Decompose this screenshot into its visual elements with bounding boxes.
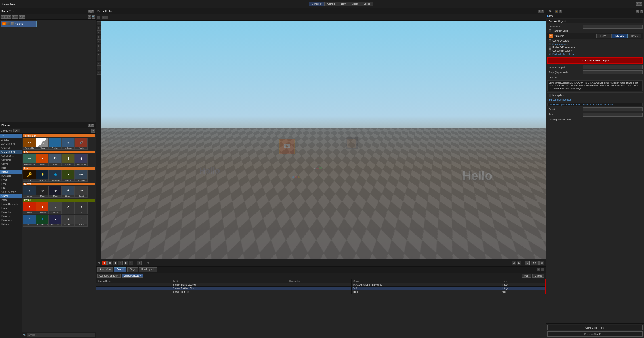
plugins-close-icon[interactable]: ✕ bbox=[91, 124, 94, 127]
plugin-tile-texture-coord[interactable]: TexC Texture Coord bbox=[23, 154, 36, 166]
cat-lineup[interactable]: Lineup bbox=[0, 206, 22, 210]
cc-tab-channels[interactable]: Control Channels × bbox=[98, 274, 120, 278]
info-expand-icon[interactable]: ▶ bbox=[547, 15, 549, 17]
tree-search-icon[interactable]: 🔍 bbox=[92, 16, 95, 18]
plugin-tile-light-vis[interactable]: 💡 Light Vis bbox=[36, 170, 49, 182]
vert-btn-11[interactable]: ⬚ bbox=[97, 66, 101, 70]
cat-maps-man[interactable]: Maps-Man bbox=[0, 218, 22, 222]
cat-filter[interactable]: Filter bbox=[0, 186, 22, 190]
copy-icon[interactable]: ⧉ bbox=[8, 16, 11, 18]
prop-input-script[interactable] bbox=[583, 70, 643, 74]
prop-link-input-command[interactable]: Input command/request bbox=[547, 98, 571, 101]
plugin-tile-zsort[interactable]: Z Z-Sort bbox=[75, 215, 88, 226]
table-row[interactable]: SampleImage.Location IMAGE*StAnyBdh#bary… bbox=[96, 283, 546, 286]
cat-channel[interactable]: Channel bbox=[0, 146, 22, 150]
vert-btn-2[interactable]: ⊞ bbox=[97, 26, 101, 30]
viz-btn-back[interactable]: BACK bbox=[628, 34, 641, 38]
cb-use-all-directors[interactable] bbox=[548, 39, 551, 42]
cat-clip-channels[interactable]: Clip Channels bbox=[0, 150, 22, 154]
vert-btn-3[interactable]: ◈ bbox=[97, 30, 101, 34]
tab-asset-view[interactable]: Asset View bbox=[98, 268, 113, 272]
tree-item-group[interactable]: + group bbox=[1, 20, 37, 27]
tab-stage[interactable]: Stage bbox=[127, 268, 138, 272]
toolbar-icon-1[interactable]: ⊞ bbox=[97, 16, 100, 19]
right-settings-icon[interactable]: ⚙ bbox=[559, 10, 562, 13]
cat-material[interactable]: Material bbox=[0, 222, 22, 226]
store-stop-points-btn[interactable]: Store Stop Points bbox=[547, 325, 643, 330]
plugin-tile-receiver[interactable]: ▲ Receiver bbox=[36, 202, 49, 214]
toolbar-icon-2[interactable]: ↩ bbox=[102, 16, 105, 19]
add-item-icon[interactable]: + bbox=[1, 16, 4, 18]
tab-camera[interactable]: Camera bbox=[324, 2, 338, 6]
scene-viewport[interactable]: Hello olleH bbox=[102, 20, 546, 259]
plugin-tile-masking[interactable]: Msk Masking bbox=[75, 170, 88, 182]
table-row[interactable]: SampleText.Text Hello text bbox=[96, 290, 546, 294]
plugin-tile-lighting[interactable]: ☀ Lighting bbox=[62, 186, 74, 198]
plugins-expand-icon[interactable]: ⊡ bbox=[88, 124, 91, 127]
cat-aux-channels[interactable]: Aux Channels bbox=[0, 142, 22, 146]
vert-btn-7[interactable]: △ bbox=[97, 48, 101, 52]
cat-gfx-channels[interactable]: GFX Channels bbox=[0, 190, 22, 194]
cat-effect[interactable]: Effect bbox=[0, 178, 22, 182]
cb-bind-unreal[interactable] bbox=[548, 53, 551, 56]
scene-editor-expand-icon[interactable]: ⊡ bbox=[538, 10, 541, 13]
scene-editor-close-icon[interactable]: ✕ bbox=[541, 10, 544, 13]
scene-tree-close-icon[interactable]: ✕ bbox=[91, 10, 94, 13]
play-sync-btn[interactable]: ⊡ bbox=[525, 261, 530, 265]
all-btn[interactable]: All bbox=[14, 129, 20, 132]
refresh-ue-btn[interactable]: Refresh UE Control Objects bbox=[547, 58, 643, 64]
btn-unique[interactable]: Unique bbox=[532, 274, 544, 278]
close-icon[interactable]: ✕ bbox=[639, 2, 642, 6]
vert-btn-1[interactable]: ⊡ bbox=[97, 22, 101, 26]
cat-data[interactable]: Data bbox=[0, 166, 22, 170]
tab-light[interactable]: Light bbox=[338, 2, 349, 6]
viz-btn-middle[interactable]: MIDDLE bbox=[612, 34, 628, 38]
play-btn[interactable]: ▶ bbox=[118, 261, 123, 265]
move-down-icon[interactable]: ▼ bbox=[19, 16, 22, 18]
plugin-tile-caster[interactable]: ▼ Caster bbox=[23, 202, 36, 214]
prop-input-error[interactable] bbox=[583, 112, 643, 116]
cc-tab-objects[interactable]: Control Objects × bbox=[122, 274, 143, 278]
cb-custom-duration[interactable] bbox=[548, 49, 551, 52]
move-up-icon[interactable]: ▲ bbox=[15, 16, 18, 18]
refresh-tree-icon[interactable]: ↺ bbox=[22, 16, 26, 18]
cat-dynamics[interactable]: Dynamics bbox=[0, 174, 22, 178]
remove-item-icon[interactable]: − bbox=[4, 16, 8, 18]
cat-global[interactable]: Global bbox=[0, 194, 22, 198]
cat-default[interactable]: Default bbox=[0, 170, 22, 174]
cat-maps-lab[interactable]: Maps-Lab bbox=[0, 214, 22, 218]
plugin-tile-key[interactable]: 🔑 Key bbox=[23, 170, 36, 182]
play-next-btn[interactable]: ⏭ bbox=[129, 261, 133, 265]
plugin-tile-alpha[interactable]: A Alpha bbox=[36, 138, 49, 150]
plugin-tile-talent[interactable]: 👤 Talent Reflect bbox=[36, 215, 49, 226]
prop-input-namespace[interactable] bbox=[583, 65, 643, 69]
play-resize-btn2[interactable]: ⊞ bbox=[517, 261, 521, 265]
paste-icon[interactable]: ⊞ bbox=[12, 16, 15, 18]
prop-input-description[interactable] bbox=[583, 24, 643, 28]
cb-remap[interactable] bbox=[548, 94, 551, 97]
expand-icon[interactable]: ⊡ bbox=[636, 2, 639, 6]
tab-scene[interactable]: Scene bbox=[361, 2, 373, 6]
vert-btn-10[interactable]: ⊚ bbox=[97, 62, 101, 66]
vert-btn-12[interactable]: ⊛ bbox=[97, 70, 101, 74]
play-resize-btn1[interactable]: ⊡ bbox=[512, 261, 516, 265]
vert-btn-9[interactable]: ◻ bbox=[97, 57, 101, 61]
cat-maps-adv[interactable]: Maps-Adv bbox=[0, 210, 22, 214]
plugin-tile-instance[interactable]: ⊞ Instance bbox=[62, 138, 74, 150]
btn-main[interactable]: Main bbox=[522, 274, 532, 278]
tree-settings-icon[interactable]: ≡ bbox=[88, 16, 91, 18]
play-loop-btn[interactable]: ↺ bbox=[137, 261, 142, 265]
toolbar-icon-3[interactable]: ↪ bbox=[105, 16, 108, 19]
plugin-tile-videoclip[interactable]: ▶ Video Clip bbox=[49, 215, 62, 226]
plugin-tile-winmask[interactable]: ⊠ Win. Mask bbox=[62, 215, 74, 226]
right-lock-icon[interactable]: 🔒 bbox=[555, 10, 558, 13]
search-input[interactable] bbox=[27, 333, 95, 337]
tab-control[interactable]: Control bbox=[114, 268, 126, 272]
fps-input[interactable] bbox=[530, 261, 538, 265]
plugin-tile-settings[interactable]: ⚙ Or Settings bbox=[75, 154, 88, 166]
play-layout-btn[interactable]: ⊠ bbox=[540, 261, 544, 265]
right-close-icon[interactable]: ✕ bbox=[640, 10, 643, 13]
vert-btn-4[interactable]: ⊟ bbox=[97, 35, 101, 39]
plugin-tile-subscene[interactable]: ⊡ Subscene bbox=[49, 202, 62, 214]
play-record-btn[interactable]: ⏺ bbox=[102, 261, 106, 265]
